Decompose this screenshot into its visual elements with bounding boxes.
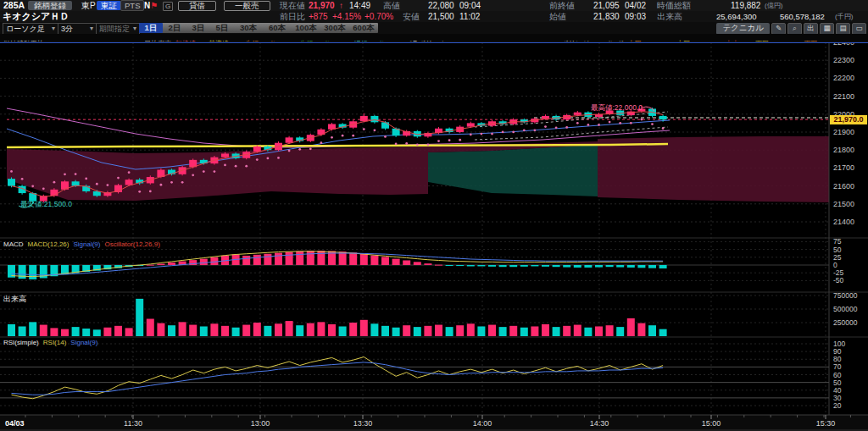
export-icon[interactable]: 出 — [804, 23, 818, 35]
svg-text:22200: 22200 — [833, 74, 854, 82]
current-label: 現在値 — [280, 1, 305, 10]
legend-item: VWAP — [514, 40, 533, 41]
prev-close-date: 04/02 — [625, 1, 646, 10]
technical-button[interactable]: テクニカル — [716, 23, 770, 35]
prev-close-label: 前終値 — [549, 1, 575, 10]
legend-item: 先行スパン2(52) — [300, 40, 350, 41]
range-button-3日[interactable]: 3日 — [186, 23, 210, 33]
legend-item: 転換線(9) — [175, 40, 204, 41]
change-percent-2: +0.70% — [364, 12, 393, 21]
chart-type-select[interactable]: ローソク足▾ — [3, 23, 58, 35]
high-value: 22,080 — [428, 1, 454, 10]
volume-value: 25,694,300 — [716, 12, 757, 21]
header: 285A 銘柄登録 東P 東証 PTS N⚑ G 貸借 一般売 現在値 21,9… — [0, 0, 868, 43]
bar-chart-icon[interactable]: ▦ — [820, 23, 834, 35]
margin-button[interactable]: 貸借 — [178, 1, 216, 11]
legend-item: 単純移動平均 — [3, 40, 44, 41]
mcap-value: 119,882 — [731, 1, 760, 10]
news-flag-icon: ⚑ — [150, 1, 158, 10]
svg-text:04/03: 04/03 — [5, 419, 25, 428]
legend-item: 中央(12) — [726, 40, 751, 41]
range-button-100本[interactable]: 100本 — [292, 23, 320, 33]
volume-panel-legend: 出来高 — [3, 294, 31, 305]
turnover-value: 560,578,182 — [780, 12, 825, 21]
range-button-300本[interactable]: 300本 — [320, 23, 349, 33]
low-annotation: 最安値:21,500.0 — [20, 200, 72, 210]
legend-item: SMA(5) — [48, 40, 71, 41]
chevron-down-icon: ▾ — [52, 24, 55, 34]
prev-close-value: 21,095 — [593, 1, 620, 10]
change-value: +875 — [309, 12, 328, 21]
exchange-tse-button[interactable]: 東証 — [97, 1, 121, 10]
svg-text:21500: 21500 — [833, 200, 854, 208]
pencil-icon[interactable]: ✎ — [771, 23, 786, 35]
svg-text:500000: 500000 — [833, 305, 858, 313]
legend-item: パラボリック — [405, 40, 447, 41]
volume-panel-title: 出来高 — [3, 295, 26, 303]
indicator-legend: 単純移動平均SMA(5)SMA(25)SMA(75)一目均衡表転換線(9)基準線… — [0, 34, 868, 41]
header-row-1: 285A 銘柄登録 東P 東証 PTS N⚑ G 貸借 一般売 現在値 21,9… — [0, 0, 868, 11]
svg-text:21900: 21900 — [833, 128, 854, 136]
legend-item: VWAP — [537, 40, 557, 41]
svg-text:22100: 22100 — [833, 92, 854, 101]
mcap-label: 時価総額 — [657, 1, 691, 10]
period-select[interactable]: 期間指定▾ — [96, 23, 140, 35]
svg-text:15:00: 15:00 — [702, 419, 721, 428]
legend-item: 一目均衡表 — [137, 40, 171, 41]
zoom-icon[interactable]: ⌕ — [787, 23, 802, 35]
legend-item: MACD — [3, 240, 24, 248]
legend-item: SMA(25) — [75, 40, 103, 41]
range-button-5日[interactable]: 5日 — [210, 23, 234, 33]
legend-item: PSAR(0.0200,0.20) — [451, 40, 509, 41]
range-button-2日[interactable]: 2日 — [163, 23, 186, 33]
g-button[interactable]: G — [163, 2, 173, 11]
chart-controls-row: ローソク足▾ 3分▾ 期間指定▾ 1日2日3日5日30本60本100本300本6… — [0, 22, 868, 34]
high-time: 09:04 — [459, 1, 481, 10]
legend-item: Signal(9) — [70, 339, 97, 346]
svg-text:14:30: 14:30 — [590, 419, 609, 428]
high-label: 高値 — [383, 1, 400, 10]
range-button-30本[interactable]: 30本 — [234, 23, 263, 33]
range-button-600本[interactable]: 600本 — [349, 23, 378, 33]
open-time: 09:03 — [625, 12, 646, 21]
svg-text:20: 20 — [833, 401, 842, 410]
svg-text:11:30: 11:30 — [124, 419, 142, 428]
svg-text:21600: 21600 — [833, 182, 854, 191]
trading-chart-window: 2240022300222002210022000219002180021700… — [0, 0, 868, 431]
svg-text:-50: -50 — [833, 276, 844, 285]
change-label: 前日比 — [280, 12, 305, 21]
legend-item: 上限4(12,2.00) — [628, 40, 672, 41]
svg-text:250000: 250000 — [833, 318, 858, 327]
svg-text:21800: 21800 — [833, 146, 854, 154]
high-annotation: 最高値:22,000.0 — [591, 103, 643, 113]
open-value: 21,830 — [593, 12, 620, 21]
legend-item: Oscillator(12,26,9) — [104, 240, 159, 248]
legend-item: Signal(9) — [73, 240, 100, 248]
legend-item: 下限4(12,2.00) — [804, 40, 849, 41]
general-sell-button[interactable]: 一般売 — [224, 1, 270, 11]
mcap-unit: (億円) — [765, 1, 782, 10]
legend-item: 基準線(26) — [209, 40, 241, 41]
market-segment: 東P — [81, 1, 96, 10]
header-row-2: キオクシアＨＤ 前日比 +875 +4.15% +0.70% 安値 21,500… — [0, 11, 868, 22]
chart-toolbar: テクニカル ✎⌕出▦▤▭ — [716, 23, 866, 35]
range-button-1日[interactable]: 1日 — [139, 23, 163, 33]
legend-item: RSI(simple) — [3, 339, 39, 346]
exchange-pts-button[interactable]: PTS — [120, 0, 144, 11]
svg-text:13:00: 13:00 — [251, 419, 270, 428]
rsi-legend: RSI(simple)RSI(14)Signal(9) — [3, 338, 102, 346]
legend-item: RSI(14) — [43, 339, 67, 346]
folder-icon[interactable]: ▭ — [852, 23, 866, 35]
legend-item: MACD(12,26) — [28, 240, 70, 248]
open-label: 始値 — [549, 12, 566, 21]
interval-select[interactable]: 3分▾ — [58, 23, 97, 35]
stock-code: 285A — [3, 1, 25, 10]
turnover-unit: (千円) — [835, 12, 853, 21]
svg-text:22300: 22300 — [833, 56, 854, 64]
memo-icon[interactable]: ▤ — [836, 23, 850, 35]
range-button-60本[interactable]: 60本 — [263, 23, 292, 33]
register-button[interactable]: 銘柄登録 — [28, 1, 72, 10]
legend-item: 遅行スパン(26) — [354, 40, 401, 41]
legend-item: 下限5(12,1.00) — [755, 40, 799, 41]
chevron-down-icon: ▾ — [90, 24, 93, 34]
